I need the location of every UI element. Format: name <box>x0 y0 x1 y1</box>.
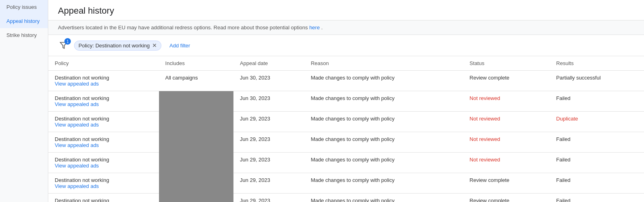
active-filter-chip: Policy: Destination not working ✕ <box>74 41 161 51</box>
cell-reason: Made changes to comply with policy <box>304 112 463 132</box>
cell-status: Review complete <box>463 71 550 91</box>
view-appealed-ads-link[interactable]: View appealed ads <box>55 81 99 87</box>
cell-appeal-date: Jun 29, 2023 <box>233 153 304 173</box>
cell-results: Partially successful <box>550 71 644 91</box>
cell-policy: Destination not working View appealed ad… <box>48 153 159 173</box>
status-value: Not reviewed <box>470 95 500 101</box>
filter-badge: 1 <box>64 38 71 45</box>
info-bar-text: Advertisers located in the EU may have a… <box>58 24 308 31</box>
cell-status: Not reviewed <box>463 91 550 112</box>
status-value: Review complete <box>470 177 510 183</box>
cell-results: Failed <box>550 153 644 173</box>
results-value: Failed <box>556 198 570 202</box>
sidebar-item-appeal-history[interactable]: Appeal history <box>0 14 48 28</box>
status-value: Not reviewed <box>470 136 500 142</box>
blurred-includes-area <box>159 91 234 202</box>
policy-name: Destination not working <box>55 95 153 101</box>
filter-chip-label: Policy: Destination not working <box>78 43 150 49</box>
appeal-table: Policy Includes Appeal date Reason Statu… <box>48 56 644 202</box>
info-bar-suffix: . <box>321 24 323 31</box>
info-bar: Advertisers located in the EU may have a… <box>48 20 644 35</box>
table-row: Destination not working View appealed ad… <box>48 132 644 153</box>
cell-status: Not reviewed <box>463 112 550 132</box>
cell-results: Duplicate <box>550 112 644 132</box>
filter-chip-close-icon[interactable]: ✕ <box>152 43 157 48</box>
col-header-reason: Reason <box>304 56 463 71</box>
table-wrapper: Policy Includes Appeal date Reason Statu… <box>48 56 644 202</box>
cell-policy: Destination not working View appealed ad… <box>48 173 159 194</box>
cell-results: Failed <box>550 194 644 202</box>
status-value: Review complete <box>470 75 510 81</box>
table-row: Destination not working View appealed ad… <box>48 71 644 91</box>
toolbar: 1 Policy: Destination not working ✕ Add … <box>48 35 644 56</box>
cell-results: Failed <box>550 173 644 194</box>
sidebar-item-strike-history[interactable]: Strike history <box>0 28 48 42</box>
page-title: Appeal history <box>48 0 644 20</box>
cell-policy: Destination not working View appealed ad… <box>48 194 159 202</box>
results-value: Failed <box>556 95 570 101</box>
cell-appeal-date: Jun 29, 2023 <box>233 112 304 132</box>
cell-results: Failed <box>550 132 644 153</box>
main-content: Appeal history Advertisers located in th… <box>48 0 644 202</box>
status-value: Not reviewed <box>470 116 500 122</box>
cell-appeal-date: Jun 29, 2023 <box>233 173 304 194</box>
cell-status: Not reviewed <box>463 153 550 173</box>
results-value: Partially successful <box>556 75 601 81</box>
cell-results: Failed <box>550 91 644 112</box>
sidebar-item-policy-issues[interactable]: Policy issues <box>0 0 48 14</box>
cell-appeal-date: Jun 29, 2023 <box>233 132 304 153</box>
results-value: Failed <box>556 136 570 142</box>
view-appealed-ads-link[interactable]: View appealed ads <box>55 101 99 107</box>
col-header-appeal-date: Appeal date <box>233 56 304 71</box>
policy-name: Destination not working <box>55 177 153 183</box>
cell-policy: Destination not working View appealed ad… <box>48 91 159 112</box>
status-value: Review complete <box>470 198 510 202</box>
status-value: Not reviewed <box>470 157 500 163</box>
view-appealed-ads-link[interactable]: View appealed ads <box>55 142 99 148</box>
col-header-policy: Policy <box>48 56 159 71</box>
table-row: Destination not working View appealed ad… <box>48 173 644 194</box>
cell-reason: Made changes to comply with policy <box>304 71 463 91</box>
cell-status: Not reviewed <box>463 132 550 153</box>
cell-policy: Destination not working View appealed ad… <box>48 132 159 153</box>
sidebar: Policy issues Appeal history Strike hist… <box>0 0 48 202</box>
cell-status: Review complete <box>463 194 550 202</box>
policy-name: Destination not working <box>55 116 153 122</box>
cell-reason: Made changes to comply with policy <box>304 153 463 173</box>
cell-appeal-date: Jun 30, 2023 <box>233 91 304 112</box>
cell-reason: Made changes to comply with policy <box>304 194 463 202</box>
table-row: Destination not working View appealed ad… <box>48 194 644 202</box>
cell-includes: All campaigns <box>159 71 234 91</box>
results-value: Duplicate <box>556 116 578 122</box>
policy-name: Destination not working <box>55 75 153 81</box>
results-value: Failed <box>556 157 570 163</box>
col-header-results: Results <box>550 56 644 71</box>
filter-icon-wrapper[interactable]: 1 <box>58 40 69 51</box>
col-header-status: Status <box>463 56 550 71</box>
cell-policy: Destination not working View appealed ad… <box>48 71 159 91</box>
cell-reason: Made changes to comply with policy <box>304 173 463 194</box>
cell-reason: Made changes to comply with policy <box>304 91 463 112</box>
table-row: Destination not working View appealed ad… <box>48 153 644 173</box>
cell-appeal-date: Jun 29, 2023 <box>233 194 304 202</box>
cell-status: Review complete <box>463 173 550 194</box>
view-appealed-ads-link[interactable]: View appealed ads <box>55 183 99 189</box>
cell-appeal-date: Jun 30, 2023 <box>233 71 304 91</box>
cell-policy: Destination not working View appealed ad… <box>48 112 159 132</box>
info-bar-link[interactable]: here <box>309 24 320 31</box>
add-filter-button[interactable]: Add filter <box>166 41 193 50</box>
policy-name: Destination not working <box>55 198 153 202</box>
policy-name: Destination not working <box>55 157 153 163</box>
cell-includes <box>159 91 234 202</box>
table-row: Destination not working View appealed ad… <box>48 91 644 112</box>
cell-reason: Made changes to comply with policy <box>304 132 463 153</box>
results-value: Failed <box>556 177 570 183</box>
view-appealed-ads-link[interactable]: View appealed ads <box>55 163 99 169</box>
col-header-includes: Includes <box>159 56 234 71</box>
policy-name: Destination not working <box>55 136 153 142</box>
table-row: Destination not working View appealed ad… <box>48 112 644 132</box>
view-appealed-ads-link[interactable]: View appealed ads <box>55 122 99 128</box>
